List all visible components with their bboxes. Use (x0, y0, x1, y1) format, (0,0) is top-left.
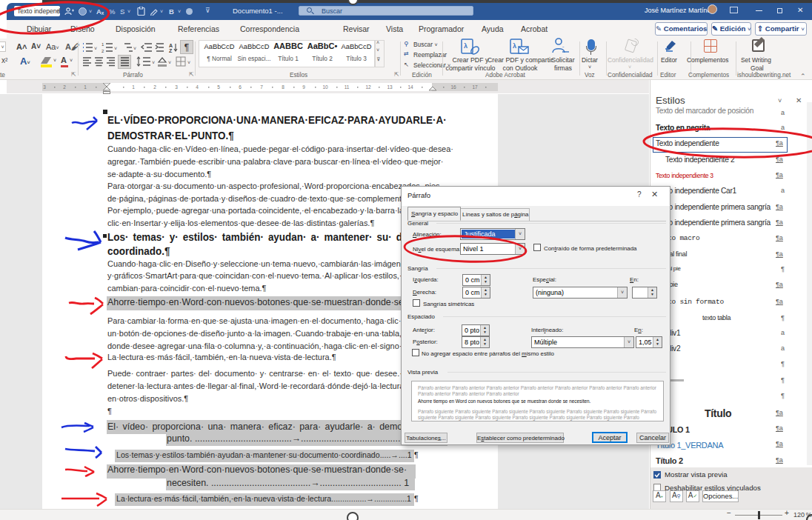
svg-text:Z: Z (169, 48, 173, 53)
svg-text:A: A (169, 43, 173, 48)
svg-text:˜: ˜ (562, 46, 565, 50)
svg-text:1: 1 (84, 84, 87, 90)
svg-text:˅: ˅ (133, 46, 136, 51)
svg-text:17: 17 (472, 84, 478, 90)
svg-text:2: 2 (153, 84, 156, 90)
svg-text:6: 6 (239, 84, 242, 90)
svg-text:˅: ˅ (187, 60, 190, 65)
svg-text:2: 2 (102, 49, 104, 53)
svg-text:4: 4 (196, 84, 199, 90)
svg-text:11: 11 (345, 84, 350, 90)
svg-text:˅: ˅ (168, 60, 171, 65)
svg-text:7: 7 (260, 84, 263, 90)
svg-text:13: 13 (387, 84, 393, 90)
svg-text:5: 5 (217, 84, 220, 90)
svg-text:8: 8 (282, 84, 284, 90)
svg-text:9: 9 (302, 84, 305, 90)
svg-text:14: 14 (407, 84, 413, 90)
svg-text:˅: ˅ (114, 46, 117, 51)
svg-text:1: 1 (132, 84, 135, 90)
svg-text:˅: ˅ (152, 60, 155, 65)
svg-text:1: 1 (102, 42, 104, 47)
svg-text:λ: λ (513, 42, 516, 50)
svg-text:2: 2 (63, 84, 66, 90)
svg-text:12: 12 (365, 84, 371, 90)
svg-text:16: 16 (450, 84, 456, 90)
svg-text:˅: ˅ (94, 46, 97, 51)
svg-text:3: 3 (175, 84, 178, 90)
svg-text:10: 10 (322, 84, 328, 90)
svg-text:λ: λ (464, 42, 467, 50)
svg-text:3: 3 (43, 84, 46, 90)
